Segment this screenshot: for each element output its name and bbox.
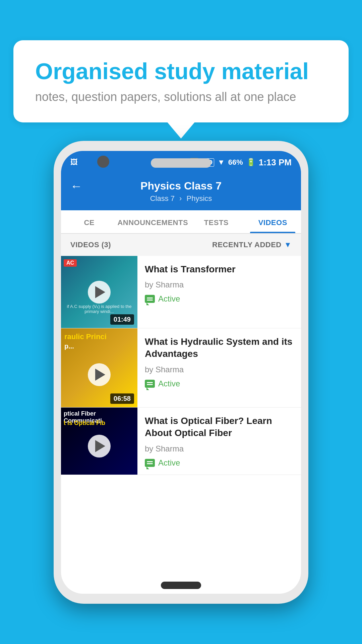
- thumb-label-hydraulic2: p...: [61, 342, 137, 350]
- video-status-1: Active: [145, 294, 294, 304]
- video-info-1: What is Transformer by Sharma Active: [137, 256, 301, 328]
- breadcrumb-separator: ›: [179, 194, 182, 203]
- phone-device: 🖼 ✳ 📶 HD ▼ 66% 🔋 1:13 PM ← Physics Class…: [54, 141, 308, 604]
- video-thumb-3: ptical Fiber Communicati t is Optical Fi…: [61, 408, 137, 475]
- chat-icon-1: [145, 295, 155, 303]
- chat-lines-2: [147, 382, 153, 385]
- video-info-2: What is Hydraulic System and its Advanta…: [137, 328, 301, 407]
- phone-screen: 🖼 ✳ 📶 HD ▼ 66% 🔋 1:13 PM ← Physics Class…: [61, 151, 301, 594]
- phone-speaker: [151, 158, 211, 168]
- bubble-title: Organised study material: [35, 59, 327, 84]
- active-label-2: Active: [158, 379, 180, 388]
- breadcrumb-subject: Physics: [187, 194, 212, 203]
- app-bar-title: Physics Class 7: [140, 180, 222, 192]
- sort-button[interactable]: RECENTLY ADDED ▼: [212, 240, 292, 249]
- chat-icon-2: [145, 380, 155, 388]
- chat-lines: [147, 298, 153, 301]
- chat-lines-3: [147, 461, 153, 464]
- thumb-overlay-1: if A.C supply (V₁) is applied to the pri…: [61, 304, 137, 314]
- back-button[interactable]: ←: [70, 179, 82, 193]
- sort-label: RECENTLY ADDED: [212, 240, 282, 249]
- chat-line: [147, 384, 153, 385]
- phone-home-bar: [161, 582, 201, 589]
- battery-icon: 🔋: [246, 158, 255, 167]
- video-status-2: Active: [145, 379, 294, 388]
- chat-line: [147, 300, 153, 301]
- breadcrumb-class: Class 7: [150, 194, 175, 203]
- videos-count: VIDEOS (3): [70, 240, 111, 249]
- speech-bubble: Organised study material notes, question…: [13, 40, 349, 122]
- videos-list: AC if A.C supply (V₁) is applied to the …: [61, 256, 301, 594]
- video-thumb-1: AC if A.C supply (V₁) is applied to the …: [61, 256, 137, 328]
- video-title-3: What is Optical Fiber? Learn About Optic…: [145, 415, 294, 439]
- tab-ce[interactable]: CE: [61, 210, 117, 233]
- status-time: 1:13 PM: [259, 157, 292, 168]
- tab-announcements[interactable]: ANNOUNCEMENTS: [117, 210, 188, 233]
- video-item-1[interactable]: AC if A.C supply (V₁) is applied to the …: [61, 256, 301, 328]
- video-duration-2: 06:58: [110, 393, 134, 404]
- active-label-3: Active: [158, 458, 180, 468]
- chat-line: [147, 382, 153, 383]
- status-left: 🖼: [70, 158, 80, 167]
- tabs-bar: CE ANNOUNCEMENTS TESTS VIDEOS: [61, 210, 301, 234]
- play-button-2[interactable]: [88, 363, 111, 386]
- active-label-1: Active: [158, 294, 180, 304]
- wifi-icon: ▼: [218, 158, 225, 167]
- video-author-2: by Sharma: [145, 365, 294, 374]
- chat-line: [147, 463, 153, 464]
- video-author-3: by Sharma: [145, 444, 294, 453]
- list-header: VIDEOS (3) RECENTLY ADDED ▼: [61, 234, 301, 256]
- chat-icon-3: [145, 459, 155, 467]
- chat-line: [147, 298, 153, 299]
- video-author-1: by Sharma: [145, 280, 294, 289]
- app-bar: ← Physics Class 7 Class 7 › Physics: [61, 174, 301, 210]
- video-thumb-2: raulic Princi p... 06:58: [61, 328, 137, 407]
- chevron-down-icon: ▼: [284, 240, 292, 249]
- phone-camera: [97, 156, 109, 168]
- bubble-subtitle: notes, question papers, solutions all at…: [35, 90, 327, 104]
- play-button-1[interactable]: [88, 281, 111, 304]
- breadcrumb: Class 7 › Physics: [70, 194, 292, 203]
- video-item-3[interactable]: ptical Fiber Communicati t is Optical Fi…: [61, 408, 301, 475]
- photo-icon: 🖼: [70, 158, 78, 167]
- video-title-1: What is Transformer: [145, 263, 294, 275]
- play-triangle-icon-3: [95, 440, 105, 452]
- video-item-2[interactable]: raulic Princi p... 06:58 What is Hydraul…: [61, 328, 301, 408]
- tab-videos[interactable]: VIDEOS: [245, 210, 301, 233]
- video-title-2: What is Hydraulic System and its Advanta…: [145, 336, 294, 360]
- play-triangle-icon-2: [95, 369, 105, 381]
- thumb-label-optical2: t is Optical Fib: [61, 420, 137, 427]
- thumb-label-hydraulic: raulic Princi: [61, 328, 137, 341]
- video-duration-1: 01:49: [110, 314, 134, 325]
- video-info-3: What is Optical Fiber? Learn About Optic…: [137, 408, 301, 475]
- thumb-label-ac: AC: [64, 259, 77, 267]
- app-bar-top: ← Physics Class 7: [70, 180, 292, 192]
- video-status-3: Active: [145, 458, 294, 468]
- chat-line: [147, 461, 153, 462]
- battery-percent: 66%: [228, 158, 243, 167]
- tab-tests[interactable]: TESTS: [188, 210, 244, 233]
- play-button-3[interactable]: [88, 435, 111, 458]
- play-triangle-icon: [95, 286, 105, 298]
